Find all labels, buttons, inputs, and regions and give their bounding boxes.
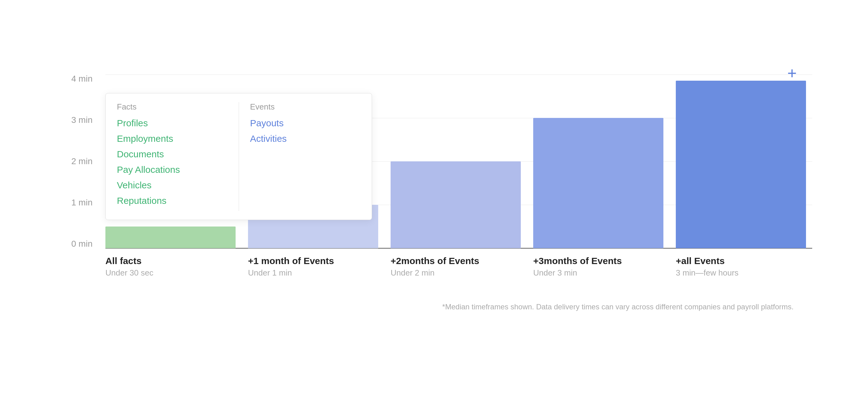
label-2months-sub: Under 2 min	[391, 268, 521, 278]
bar-3months	[533, 118, 663, 248]
y-label-0min: 0 min	[71, 239, 92, 248]
bar-group-all-facts: Facts Profiles Employments Documents Pay…	[105, 227, 236, 248]
bar-labels-row: All facts Under 30 sec +1 month of Event…	[105, 256, 812, 278]
label-all-facts: All facts Under 30 sec	[105, 256, 236, 278]
y-label-3min: 3 min	[71, 116, 92, 124]
bar-all-facts	[105, 227, 236, 248]
fact-item-pay-allocations[interactable]: Pay Allocations	[117, 165, 227, 175]
fact-item-profiles[interactable]: Profiles	[117, 118, 227, 128]
label-all-events: +all Events 3 min—few hours	[676, 256, 806, 278]
label-3months-title: +3months of Events	[533, 256, 663, 266]
y-axis: 4 min 3 min 2 min 1 min 0 min	[71, 75, 92, 248]
label-1month-title: +1 month of Events	[248, 256, 378, 266]
label-2months-title: +2months of Events	[391, 256, 521, 266]
label-all-facts-sub: Under 30 sec	[105, 268, 236, 278]
event-item-activities[interactable]: Activities	[250, 134, 361, 144]
chart-container: 4 min 3 min 2 min 1 min 0 min Facts Prof…	[31, 56, 837, 348]
bar-group-all-events: +	[676, 81, 806, 248]
chart-main: 4 min 3 min 2 min 1 min 0 min Facts Prof…	[105, 75, 812, 311]
bar-2months	[391, 161, 521, 248]
label-all-events-title: +all Events	[676, 256, 806, 266]
bar-group-3months	[533, 118, 663, 248]
fact-item-documents[interactable]: Documents	[117, 149, 227, 160]
y-label-1min: 1 min	[71, 198, 92, 207]
fact-item-vehicles[interactable]: Vehicles	[117, 180, 227, 191]
y-label-4min: 4 min	[71, 75, 92, 83]
bar-group-2months	[391, 161, 521, 248]
y-label-2min: 2 min	[71, 157, 92, 166]
facts-dropdown[interactable]: Facts Profiles Employments Documents Pay…	[105, 93, 372, 220]
label-all-facts-title: All facts	[105, 256, 236, 266]
events-column: Events Payouts Activities	[239, 102, 361, 211]
label-all-events-sub: 3 min—few hours	[676, 268, 806, 278]
facts-col-title: Facts	[117, 102, 227, 112]
label-3months: +3months of Events Under 3 min	[533, 256, 663, 278]
plus-icon: +	[787, 65, 797, 81]
label-1month-sub: Under 1 min	[248, 268, 378, 278]
facts-column: Facts Profiles Employments Documents Pay…	[117, 102, 239, 211]
bars-container: Facts Profiles Employments Documents Pay…	[105, 75, 812, 248]
fact-item-employments[interactable]: Employments	[117, 134, 227, 144]
label-3months-sub: Under 3 min	[533, 268, 663, 278]
events-col-title: Events	[250, 102, 361, 112]
fact-item-reputations[interactable]: Reputations	[117, 196, 227, 206]
footnote: *Median timeframes shown. Data delivery …	[442, 302, 794, 311]
bar-all-events	[676, 81, 806, 248]
label-1month: +1 month of Events Under 1 min	[248, 256, 378, 278]
event-item-payouts[interactable]: Payouts	[250, 118, 361, 128]
label-2months: +2months of Events Under 2 min	[391, 256, 521, 278]
